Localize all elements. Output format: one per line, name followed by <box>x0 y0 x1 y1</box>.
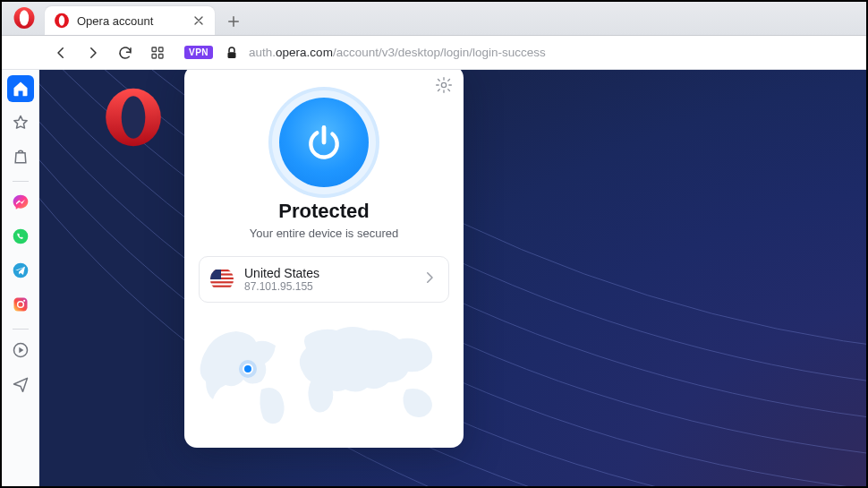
sidebar-separator <box>13 329 29 330</box>
sidebar-item-messenger[interactable] <box>7 189 34 216</box>
new-tab-button[interactable] <box>220 8 247 35</box>
reload-button[interactable] <box>111 39 140 67</box>
vpn-panel: Protected Your entire device is secured … <box>184 70 464 448</box>
whatsapp-icon <box>12 227 30 245</box>
us-flag-icon <box>210 268 234 291</box>
url-path: /account/v3/desktop/login/login-success <box>333 46 546 59</box>
lock-icon <box>224 45 240 61</box>
svg-point-1 <box>20 10 29 26</box>
sidebar-item-home[interactable] <box>7 75 34 102</box>
grid-icon <box>149 45 166 61</box>
browser-window: Opera account VPN auth. opera.com <box>0 0 868 488</box>
svg-rect-5 <box>159 47 164 52</box>
sidebar-separator <box>13 181 29 182</box>
svg-rect-11 <box>13 298 27 312</box>
star-icon <box>12 114 30 132</box>
tab-active[interactable]: Opera account <box>45 6 215 35</box>
svg-point-17 <box>441 82 446 87</box>
chevron-right-icon <box>421 270 438 289</box>
vpn-settings-button[interactable] <box>435 76 453 94</box>
svg-rect-24 <box>210 281 234 283</box>
send-icon <box>12 375 30 393</box>
address-bar[interactable]: auth. opera.com /account/v3/desktop/logi… <box>249 46 546 59</box>
opera-page-logo-icon <box>102 86 165 149</box>
tab-title: Opera account <box>77 14 184 28</box>
vpn-location-dot <box>243 364 253 374</box>
vpn-status-subtitle: Your entire device is secured <box>199 227 449 240</box>
svg-rect-25 <box>210 286 234 287</box>
forward-button[interactable] <box>79 39 107 67</box>
world-map-icon <box>199 315 449 432</box>
sidebar-item-telegram[interactable] <box>7 257 34 284</box>
chevron-left-icon <box>53 45 69 61</box>
sidebar-item-bookmarks[interactable] <box>7 109 34 136</box>
sidebar-item-whatsapp[interactable] <box>7 223 34 250</box>
vpn-status-title: Protected <box>199 200 449 223</box>
power-icon <box>304 123 344 162</box>
vpn-world-map <box>199 315 449 432</box>
sidebar-item-player[interactable] <box>7 337 34 364</box>
sidebar-item-send[interactable] <box>7 371 34 398</box>
vpn-toggle-button[interactable] <box>279 98 369 187</box>
page-content: Protected Your entire device is secured … <box>39 70 866 486</box>
gear-icon <box>435 76 453 94</box>
messenger-icon <box>12 193 30 211</box>
svg-rect-26 <box>210 270 221 279</box>
chevron-right-icon <box>85 45 101 61</box>
toolbar: VPN auth. opera.com /account/v3/desktop/… <box>2 36 866 70</box>
plus-icon <box>226 13 242 30</box>
tab-close-button[interactable] <box>191 13 206 28</box>
url-host-prefix: auth. <box>249 46 276 59</box>
site-security-button[interactable] <box>224 45 240 61</box>
svg-point-16 <box>122 96 146 139</box>
opera-logo-icon <box>13 6 36 30</box>
instagram-icon <box>12 295 30 313</box>
svg-rect-7 <box>159 54 164 58</box>
sidebar-item-instagram[interactable] <box>7 291 34 318</box>
vpn-badge[interactable]: VPN <box>184 46 213 59</box>
svg-rect-6 <box>152 54 157 58</box>
url-host: opera.com <box>276 46 333 59</box>
close-icon <box>191 13 206 29</box>
shopping-bag-icon <box>12 148 30 166</box>
vpn-location-button[interactable]: United States 87.101.95.155 <box>199 256 449 303</box>
svg-point-3 <box>59 15 64 26</box>
vpn-location-ip: 87.101.95.155 <box>244 280 411 293</box>
sidebar-item-shopping[interactable] <box>7 143 34 170</box>
svg-rect-4 <box>152 47 157 52</box>
vpn-location-country: United States <box>244 266 411 280</box>
svg-point-13 <box>23 300 25 302</box>
main-area: Protected Your entire device is secured … <box>2 70 866 486</box>
opera-favicon-icon <box>54 13 70 29</box>
home-icon <box>12 80 30 98</box>
reload-icon <box>117 45 133 61</box>
svg-point-9 <box>13 229 28 244</box>
svg-rect-8 <box>228 52 236 58</box>
tab-strip: Opera account <box>2 2 866 36</box>
sidebar <box>2 70 39 486</box>
back-button[interactable] <box>47 39 75 67</box>
play-circle-icon <box>12 341 30 359</box>
speed-dial-button[interactable] <box>143 39 172 67</box>
telegram-icon <box>12 261 30 279</box>
